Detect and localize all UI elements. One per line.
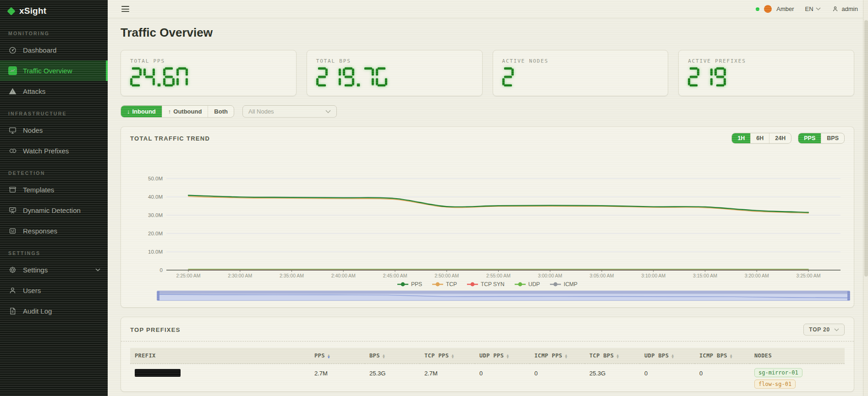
nav-section-infrastructure: INFRASTRUCTURE [0, 102, 108, 120]
sort-icon: ▲▼ [565, 354, 567, 358]
scrollbar-thumb[interactable] [864, 20, 868, 277]
prefix-cell [130, 364, 310, 392]
tcp-pps-cell: 2.7M [420, 364, 475, 392]
filter-row: ↓ Inbound ↑ Outbound Both All Nodes [121, 105, 854, 118]
stat-label: TOTAL BPS [316, 58, 473, 64]
sidebar-item-traffic-overview[interactable]: Traffic Overview [0, 60, 108, 81]
menu-toggle-button[interactable] [120, 4, 131, 14]
chevron-down-icon [95, 268, 100, 271]
top-limit-select[interactable]: TOP 20 [803, 324, 845, 336]
svg-text:3:05:00 AM: 3:05:00 AM [589, 273, 614, 278]
status-dot [756, 7, 759, 11]
table-row[interactable]: 2.7M 25.3G 2.7M 0 0 25.3G 0 0 sg-mirror-… [130, 364, 845, 392]
sort-icon: ▲▼ [730, 354, 732, 358]
user-menu[interactable]: admin [832, 5, 858, 12]
node-filter-select[interactable]: All Nodes [242, 105, 337, 118]
column-header-icmp-pps[interactable]: ICMP PPS▲▼ [530, 348, 585, 364]
column-header-pps[interactable]: PPS▲▼ [310, 348, 365, 364]
arrow-down-icon: ↓ [127, 108, 130, 115]
brush-handle-right[interactable] [847, 291, 850, 300]
unit-pps-button[interactable]: PPS [798, 133, 821, 143]
sidebar-item-attacks[interactable]: Attacks [0, 81, 108, 102]
response-card-icon [8, 227, 17, 235]
legend-item[interactable]: UDP [515, 281, 540, 288]
sidebar-item-responses[interactable]: Responses [0, 221, 108, 241]
sidebar-item-dashboard[interactable]: Dashboard [0, 40, 108, 60]
stat-card-total-pps: TOTAL PPS [121, 50, 297, 96]
username: admin [842, 5, 858, 12]
svg-text:2:30:00 AM: 2:30:00 AM [228, 273, 252, 278]
column-header-tcp-bps[interactable]: TCP BPS▲▼ [585, 348, 640, 364]
sidebar-item-watch-prefixes[interactable]: Watch Prefixes [0, 141, 108, 161]
legend-item[interactable]: PPS [397, 281, 422, 288]
range-6h-button[interactable]: 6H [750, 133, 769, 143]
legend-item[interactable]: TCP SYN [467, 281, 505, 288]
stat-value-digital [688, 67, 845, 87]
udp-pps-cell: 0 [475, 364, 530, 392]
account-name: Amber [776, 5, 794, 12]
sidebar-item-users[interactable]: Users [0, 280, 108, 301]
sidebar-item-label: Attacks [23, 87, 45, 95]
language-label: EN [805, 5, 813, 12]
sidebar-item-nodes[interactable]: Nodes [0, 120, 108, 141]
inbound-button[interactable]: ↓ Inbound [121, 106, 162, 117]
sort-icon: ▲▼ [328, 354, 330, 358]
sidebar-item-audit-log[interactable]: Audit Log [0, 301, 108, 321]
svg-text:2:35:00 AM: 2:35:00 AM [280, 273, 304, 278]
both-button[interactable]: Both [208, 106, 234, 117]
node-badge[interactable]: sg-mirror-01 [754, 368, 802, 377]
column-header-prefix: PREFIX [130, 348, 310, 364]
sidebar-item-templates[interactable]: Templates [0, 179, 108, 200]
legend-item[interactable]: TCP [432, 281, 457, 288]
sidebar-item-label: Users [23, 287, 41, 294]
trend-chart-icon [8, 66, 17, 75]
column-header-udp-pps[interactable]: UDP PPS▲▼ [475, 348, 530, 364]
nav-section-settings: SETTINGS [0, 241, 108, 260]
svg-text:2:55:00 AM: 2:55:00 AM [486, 273, 511, 278]
stat-value-digital [130, 67, 287, 87]
page-scrollbar[interactable] [863, 0, 868, 396]
unit-bps-button[interactable]: BPS [821, 133, 844, 143]
outbound-button[interactable]: ↑ Outbound [162, 106, 208, 117]
node-filter-placeholder: All Nodes [248, 108, 274, 115]
stat-card-active-prefixes: ACTIVE PREFIXES [678, 50, 854, 96]
brush-handle-left[interactable] [157, 291, 159, 300]
column-header-udp-bps[interactable]: UDP BPS▲▼ [640, 348, 695, 364]
svg-text:10.0M: 10.0M [148, 249, 163, 255]
archive-icon [8, 185, 17, 194]
chart-legend: PPS TCP TCP SYN UDP ICMP [121, 281, 854, 288]
column-header-icmp-bps[interactable]: ICMP BPS▲▼ [695, 348, 750, 364]
language-selector[interactable]: EN [805, 5, 821, 12]
column-header-nodes: NODES [750, 348, 845, 364]
stat-value-digital [316, 67, 473, 87]
legend-item[interactable]: ICMP [550, 281, 577, 288]
range-24h-button[interactable]: 24H [769, 133, 791, 143]
document-icon [8, 307, 17, 315]
range-1h-button[interactable]: 1H [732, 133, 750, 143]
account-avatar[interactable] [764, 5, 772, 13]
link-icon [8, 146, 17, 155]
nav-section-monitoring: MONITORING [0, 22, 108, 40]
topbar: Amber EN admin [108, 0, 868, 18]
sort-icon: ▲▼ [671, 354, 674, 358]
sidebar-item-label: Templates [23, 186, 54, 194]
page-title: Traffic Overview [121, 26, 854, 40]
svg-text:3:15:00 AM: 3:15:00 AM [693, 273, 717, 278]
sidebar-item-settings[interactable]: Settings [0, 260, 108, 280]
svg-text:0: 0 [160, 267, 163, 273]
stat-card-total-bps: TOTAL BPS [307, 50, 483, 96]
bps-cell: 25.3G [365, 364, 420, 392]
legend-marker-icon [467, 282, 478, 287]
brand-logo[interactable]: xSight [0, 0, 108, 22]
node-badge[interactable]: flow-sg-01 [754, 380, 796, 389]
stats-grid: TOTAL PPS TOTAL BPS ACTIVE NODES ACTIVE … [121, 50, 854, 96]
brand-name: xSight [19, 6, 46, 16]
sidebar-item-dynamic-detection[interactable]: Dynamic Detection [0, 200, 108, 221]
column-header-bps[interactable]: BPS▲▼ [365, 348, 420, 364]
column-header-tcp-pps[interactable]: TCP PPS▲▼ [420, 348, 475, 364]
chart-brush[interactable] [157, 291, 850, 301]
sort-icon: ▲▼ [506, 354, 509, 358]
icmp-bps-cell: 0 [695, 364, 750, 392]
brush-minimap [157, 291, 850, 301]
direction-toggle-group: ↓ Inbound ↑ Outbound Both [121, 105, 234, 118]
